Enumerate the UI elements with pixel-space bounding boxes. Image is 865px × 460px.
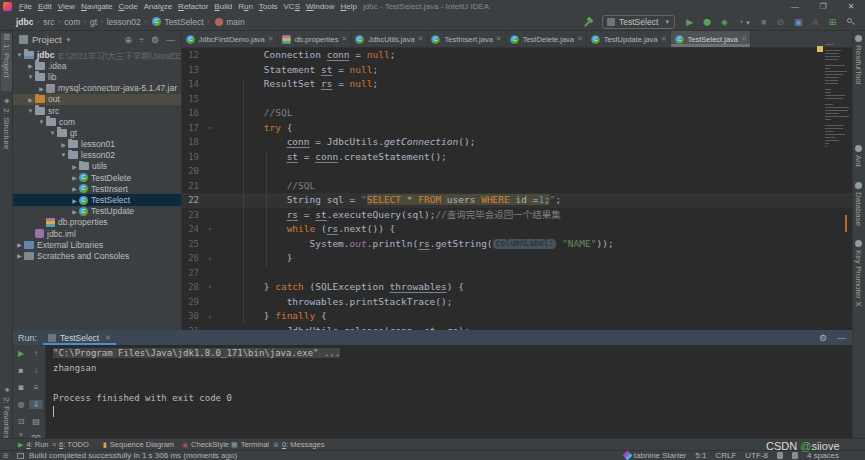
chevron-expanded-icon[interactable]: ▼	[26, 108, 35, 114]
event-log-icon[interactable]	[17, 453, 24, 459]
maximize-button[interactable]: ❐	[809, 2, 837, 11]
tree-node-out[interactable]: ▶out	[13, 94, 181, 105]
translate-icon[interactable]: A	[812, 17, 818, 27]
editor-tab-jdbcfirstdemo-java[interactable]: JdbcFirstDemo.java✕	[182, 31, 278, 47]
tool-button-terminal[interactable]: ▦Terminal	[231, 440, 269, 449]
chevron-collapsed-icon[interactable]: ▶	[15, 241, 24, 248]
tree-node-src[interactable]: ▼src	[13, 105, 181, 116]
more-actions-button[interactable]: »	[14, 431, 28, 438]
encoding-indicator[interactable]: UTF-8	[745, 451, 768, 460]
breadcrumb-gt[interactable]: gt	[90, 17, 97, 27]
scroll-to-end-button[interactable]: ⇓	[29, 400, 43, 409]
code-editor[interactable]: 12 Connection conn = null;13 Statement s…	[182, 48, 852, 330]
tree-node-mysql-connector-java-5-1-47-jar[interactable]: ▶mysql-connector-java-5.1.47.jar	[13, 83, 181, 94]
tree-node-external-libraries[interactable]: ▶External Libraries	[13, 239, 181, 250]
tool-window-toggle-icon[interactable]: ⊞	[3, 452, 11, 460]
code-minimap[interactable]	[823, 44, 852, 313]
chevron-expanded-icon[interactable]: ▼	[26, 74, 35, 80]
chevron-expanded-icon[interactable]: ▼	[48, 130, 57, 136]
close-icon[interactable]: ✕	[341, 35, 347, 43]
chevron-expanded-icon[interactable]: ▼	[59, 152, 68, 158]
menu-tools[interactable]: Tools	[256, 2, 281, 11]
chevron-collapsed-icon[interactable]: ▶	[26, 96, 35, 103]
close-icon[interactable]: ✕	[661, 35, 667, 43]
chevron-collapsed-icon[interactable]: ▶	[70, 174, 79, 181]
tool-button-sequence-diagram[interactable]: ▮Sequence Diagram	[103, 440, 174, 449]
editor-tab-jdbcutils-java[interactable]: JdbcUtils.java✕	[352, 31, 428, 47]
stop-button[interactable]: ■	[761, 17, 766, 27]
editor-tab-testinsert-java[interactable]: TestInsert.java✕	[428, 31, 506, 47]
breadcrumb-testselect[interactable]: TestSelect	[164, 17, 203, 27]
chevron-collapsed-icon[interactable]: ▶	[70, 197, 79, 204]
tree-node-testselect[interactable]: ▶TestSelect	[13, 194, 181, 205]
menu-analyze[interactable]: Analyze	[141, 2, 175, 11]
menu-view[interactable]: View	[55, 2, 78, 11]
down-stack-trace-button[interactable]: ↓	[29, 366, 43, 375]
tree-node-jdbc[interactable]: ▼jdbcE:\2021学习\大三下学期\JavaEE开发\my	[13, 49, 181, 60]
run-panel-settings-gear-icon[interactable]: ⚙	[819, 333, 827, 343]
pin-button[interactable]: ⊡	[14, 417, 28, 426]
chevron-collapsed-icon[interactable]: ▶	[70, 208, 79, 215]
tool-stripe-project[interactable]: ▤1: Project	[1, 33, 12, 91]
close-icon[interactable]: ✕	[268, 35, 274, 43]
menu-file[interactable]: File	[16, 2, 35, 11]
menu-help[interactable]: Help	[337, 2, 359, 11]
run-button[interactable]: ▶	[686, 17, 693, 27]
close-icon[interactable]: ✕	[577, 35, 583, 43]
menu-vcs[interactable]: VCS	[281, 2, 303, 11]
chevron-expanded-icon[interactable]: ▼	[15, 52, 24, 58]
inspection-status-icon[interactable]	[817, 46, 823, 52]
tool-stripe-database[interactable]: Database	[854, 182, 863, 226]
menu-refactor[interactable]: Refactor	[175, 2, 211, 11]
build-hammer-icon[interactable]	[585, 17, 595, 27]
editor-tab-testdelete-java[interactable]: TestDelete.java✕	[506, 31, 587, 47]
editor-tab-testselect-java[interactable]: TestSelect.java✕	[671, 31, 751, 47]
menu-edit[interactable]: Edit	[35, 2, 55, 11]
chevron-down-icon[interactable]: ▼	[66, 37, 72, 43]
hide-panel-button[interactable]: —	[166, 35, 175, 45]
breadcrumb-lesson02[interactable]: lesson02	[107, 17, 141, 27]
plugin-grid-icon[interactable]: ⊞	[828, 17, 836, 27]
tree-node-jdbc-iml[interactable]: jdbc.iml	[13, 228, 181, 239]
tool-stripe-ant[interactable]: Ant	[854, 145, 863, 167]
tree-node-lib[interactable]: ▼lib	[13, 71, 181, 82]
chevron-collapsed-icon[interactable]: ▶	[37, 85, 46, 92]
tabnine-status[interactable]: tabnine Starter	[624, 451, 686, 460]
tree-node-scratches-and-consoles[interactable]: ▶Scratches and Consoles	[13, 250, 181, 261]
fold-marker-icon[interactable]: ▴	[208, 309, 212, 324]
inspection-profile-icon[interactable]	[792, 452, 798, 459]
tree-node-testdelete[interactable]: ▶TestDelete	[13, 172, 181, 183]
project-structure-button[interactable]: ▣	[794, 17, 803, 27]
menu-navigate[interactable]: Navigate	[78, 2, 116, 11]
caret-position[interactable]: 5:1	[695, 451, 706, 460]
mute-breakpoints-button[interactable]: ⊘	[776, 17, 784, 27]
tool-stripe-restfultool[interactable]: RestfulTool	[854, 35, 863, 85]
close-icon[interactable]: ✕	[741, 35, 747, 43]
chevron-collapsed-icon[interactable]: ▶	[26, 62, 35, 69]
breadcrumb-main[interactable]: main	[226, 17, 244, 27]
locate-file-button[interactable]: ⊕	[124, 35, 132, 45]
restore-layout-button[interactable]: ◍	[14, 400, 28, 409]
tool-stripe-keypromoter[interactable]: Key Promoter X	[854, 240, 863, 306]
profiler-button[interactable]: ◔ ▼	[738, 17, 751, 28]
line-ending-indicator[interactable]: CRLF	[715, 451, 736, 460]
tree-node-utils[interactable]: ▶utils	[13, 161, 181, 172]
chevron-expanded-icon[interactable]: ▼	[37, 119, 46, 125]
tool-button-checkstyle[interactable]: ◉CheckStyle	[182, 440, 229, 449]
close-icon[interactable]: ✕	[418, 35, 424, 43]
minimize-button[interactable]: —	[781, 2, 809, 11]
indent-indicator[interactable]: 4 spaces	[807, 451, 839, 460]
tool-button-4-run[interactable]: ▶4: Run	[18, 440, 49, 449]
settings-gear-icon[interactable]: ⚙	[151, 35, 159, 45]
soft-wrap-button[interactable]: ≡	[29, 383, 43, 392]
up-stack-trace-button[interactable]: ↑	[29, 349, 43, 358]
breadcrumb-jdbc[interactable]: jdbc	[16, 17, 33, 27]
run-tab[interactable]: TestSelect ✕	[43, 330, 116, 345]
chevron-collapsed-icon[interactable]: ▶	[70, 163, 79, 170]
breadcrumb-com[interactable]: com	[64, 17, 80, 27]
tree-node--idea[interactable]: ▶.idea	[13, 60, 181, 71]
search-everywhere-button[interactable]	[846, 17, 855, 27]
menu-code[interactable]: Code	[116, 2, 141, 11]
fold-marker-icon[interactable]: ▴	[208, 251, 212, 266]
lock-icon[interactable]	[777, 452, 783, 459]
